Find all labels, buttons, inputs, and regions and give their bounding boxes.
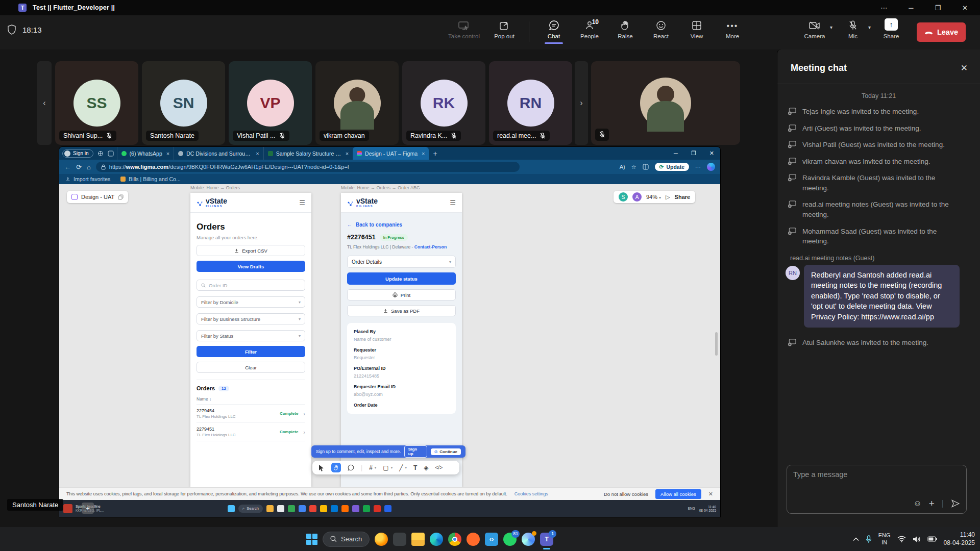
close-button[interactable]: ✕ [962,4,968,12]
collaborator-avatar[interactable]: A [632,192,642,202]
filter-button[interactable]: Filter [197,346,305,357]
file-explorer-icon[interactable] [411,533,425,546]
view-button[interactable]: View [685,19,708,39]
filter-status-dropdown[interactable]: Filter by Status▾ [197,330,305,341]
move-tool-icon[interactable] [318,464,325,471]
vscode-icon[interactable]: ‹› [485,533,498,546]
chat-button[interactable]: Chat [543,19,565,39]
start-button[interactable] [306,534,317,545]
mic-options-chevron-icon[interactable]: ▾ [868,24,871,39]
share-overlay-add-button[interactable]: + [82,503,94,514]
comment-tool-icon[interactable] [348,464,354,471]
filter-business-structure-dropdown[interactable]: Filter by Business Structure▾ [197,313,305,324]
mini-system-tray[interactable]: ENG 11:40 08-04-2025 [688,505,716,512]
filter-domicile-dropdown[interactable]: Filter by Domicile▾ [197,296,305,308]
participant-tile[interactable]: RN read.ai mee... [489,61,572,145]
export-csv-button[interactable]: Export CSV [197,245,305,256]
attach-plus-icon[interactable]: + [929,498,935,509]
order-row[interactable]: 2279454TL Flex Holdings LLC Complete › [197,405,305,423]
maximize-button[interactable]: ❐ [935,4,941,12]
order-details-dropdown[interactable]: Order Details▾ [347,256,456,268]
more-button[interactable]: ••• More [721,19,744,39]
browser-tab-whatsapp[interactable]: (6) WhatsApp × [117,147,174,160]
app-icon[interactable] [299,505,306,512]
participant-tile[interactable]: RK Ravindra K... [402,61,485,145]
figma-doc-title-pill[interactable]: Design - UAT [67,191,128,203]
app-icon[interactable] [320,505,327,512]
app-icon[interactable] [374,505,381,512]
search-pill[interactable]: ⌕ Search [238,505,263,513]
figma-signup-button[interactable]: Sign up [404,445,427,458]
app-icon[interactable] [352,505,359,512]
hamburger-menu-icon[interactable]: ☰ [299,199,305,207]
home-icon[interactable]: ⌂ [87,163,91,171]
spotlight-participant-tile[interactable] [591,61,740,145]
participant-tile[interactable]: VP Vishal Patil ... [229,61,312,145]
scroll-participants-right-button[interactable]: › [575,61,588,145]
mic-button[interactable]: Mic [842,19,864,39]
favorite-star-icon[interactable]: ☆ [631,164,636,170]
chat-close-icon[interactable]: ✕ [961,63,968,73]
browser-close-icon[interactable]: ✕ [709,150,714,157]
raise-hand-button[interactable]: Raise [614,19,636,39]
app-icon[interactable] [288,505,295,512]
google-continue-button[interactable]: GContinue [431,448,461,455]
camera-options-chevron-icon[interactable]: ▾ [830,24,832,39]
chat-message[interactable]: RN Redberyl and Santosh added read.ai me… [777,265,980,328]
tab-close-icon[interactable]: × [166,151,169,157]
language-indicator[interactable]: ENGIN [878,532,891,546]
camera-button[interactable]: Camera [803,19,826,39]
app-icon[interactable] [266,505,274,512]
view-drafts-button[interactable]: View Drafts [197,261,305,272]
app-icon[interactable] [384,505,391,512]
taskbar-search[interactable]: Search [323,532,370,547]
teams-taskbar-icon[interactable]: T 1 [540,533,553,546]
profile-browser-icon[interactable] [522,533,535,546]
dev-mode-icon[interactable]: </> [435,465,443,470]
browser-tab-figma-active[interactable]: Design - UAT – Figma × [353,147,429,160]
leave-button[interactable]: Leave [917,22,966,42]
browser-tab-excel[interactable]: Sample Salary Structure with calc × [263,147,353,160]
tab-close-icon[interactable]: × [346,151,349,157]
app-icon[interactable] [309,505,316,512]
save-as-pdf-button[interactable]: Save as PDF [347,305,456,316]
scroll-participants-left-button[interactable]: ‹ [37,61,52,145]
wifi-icon[interactable] [897,536,906,542]
frame-label[interactable]: Mobile: Home → Orders [190,185,240,190]
pen-tool-icon[interactable]: ╱ [399,464,403,471]
participant-tile[interactable]: vikram chavan [315,61,399,145]
edge-icon[interactable] [430,533,443,546]
app-icon[interactable] [341,505,349,512]
browser-update-button[interactable]: ⟳Update [655,163,689,171]
cookies-settings-link[interactable]: Cookies settings [514,491,548,496]
url-field[interactable]: https://www.figma.com/design/9BKQ0FOHRWa… [96,162,520,172]
update-status-button[interactable]: Update status [347,272,456,285]
chat-message-input[interactable]: Type a message ☺ + | [787,465,967,514]
pop-out-button[interactable]: Pop out [493,19,516,39]
name-column-header[interactable]: Name ↓ [197,396,305,405]
share-button[interactable]: ↑ Share [880,19,902,39]
new-tab-button[interactable]: + [433,149,437,158]
read-aloud-icon[interactable]: A) [620,164,625,170]
taskbar-clock[interactable]: 11:4008-04-2025 [944,531,975,547]
start-icon[interactable] [228,505,235,512]
hand-tool-icon[interactable] [331,463,341,472]
minimize-button[interactable]: ─ [909,4,913,12]
hamburger-menu-icon[interactable]: ☰ [450,199,456,207]
favorite-bills-folder[interactable]: Bills | Billing and Co... [120,176,180,182]
vertical-tabs-icon[interactable] [108,151,114,157]
tab-close-icon[interactable]: × [256,151,259,157]
collaborator-avatar[interactable]: S [619,192,628,202]
app-icon[interactable] [363,505,370,512]
browser-minimize-icon[interactable]: ─ [674,150,678,157]
figma-frame-orders[interactable]: vStateFILINGS ☰ Orders Manage all your o… [190,193,311,487]
component-tool-icon[interactable]: ◈ [424,464,428,471]
tray-mic-icon[interactable] [866,535,872,543]
allow-cookies-button[interactable]: Allow all cookies [655,489,701,499]
shape-tool-icon[interactable]: ▢ [383,464,388,471]
print-button[interactable]: Print [347,289,456,300]
split-screen-icon[interactable] [643,164,649,170]
back-icon[interactable]: ← [64,163,71,171]
copilot-icon[interactable] [707,163,715,171]
volume-icon[interactable] [913,536,921,543]
